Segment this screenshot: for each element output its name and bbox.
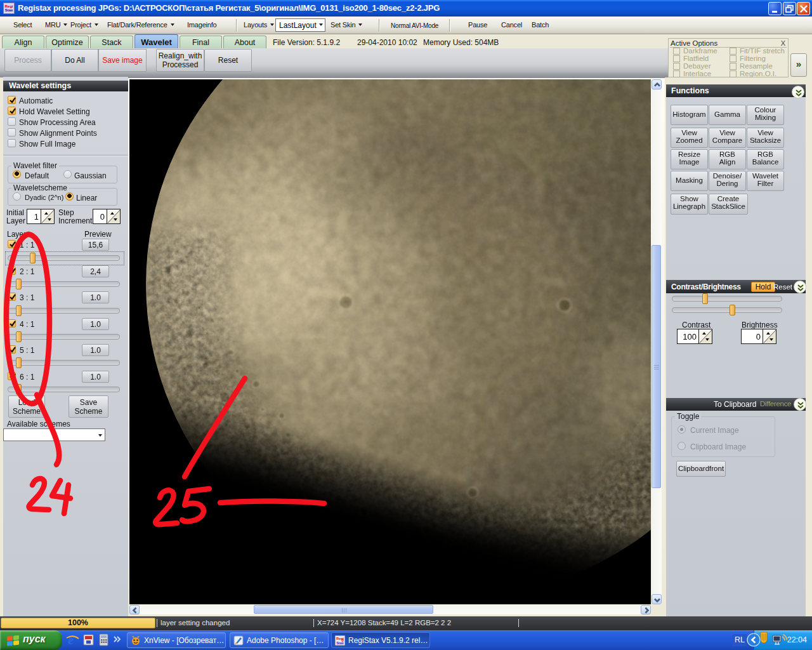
- svg-text:5: 5: [341, 638, 344, 642]
- svg-text:e: e: [68, 633, 74, 647]
